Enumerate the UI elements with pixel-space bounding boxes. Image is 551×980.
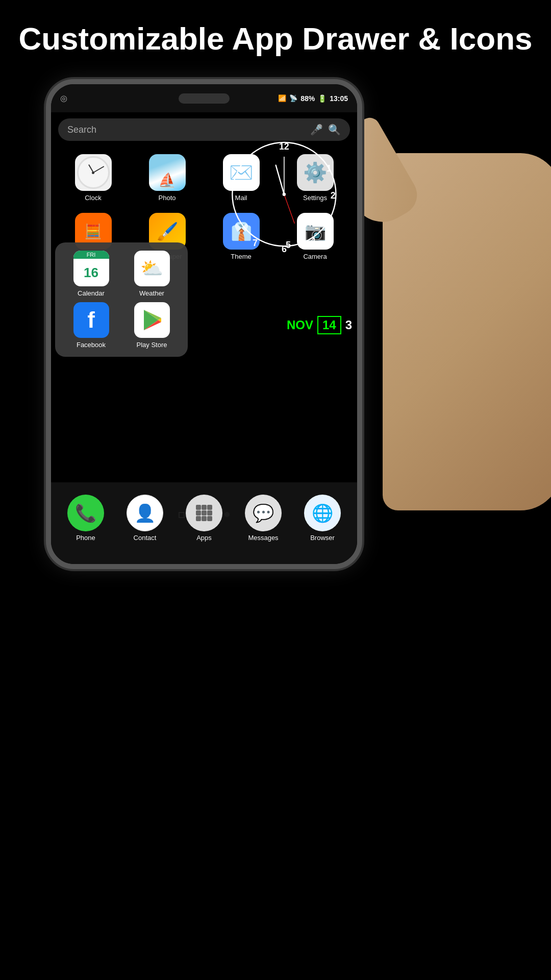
svg-text:1: 1: [327, 163, 332, 174]
facebook-icon: f: [73, 302, 109, 338]
svg-text:7: 7: [253, 238, 258, 248]
svg-text:3: 3: [327, 217, 332, 228]
phone-dock-label: Phone: [76, 534, 95, 542]
apps-dock-label: Apps: [196, 534, 212, 542]
playstore-label: Play Store: [137, 341, 167, 349]
browser-dock-icon: 🌐: [304, 495, 341, 531]
svg-rect-24: [202, 516, 207, 521]
apps-dock-icon: [186, 495, 222, 531]
calendar-icon: FRI 16: [73, 251, 109, 286]
app-item-clock[interactable]: Clock: [56, 150, 130, 206]
date-display: NOV 14 3: [287, 316, 352, 334]
wifi-icon: 📶: [278, 94, 286, 102]
calendar-label: Calendar: [78, 289, 105, 297]
phone-dock-icon: 📞: [67, 495, 104, 531]
photo-icon: ⛵: [149, 154, 186, 191]
dock-contact[interactable]: 👤 Contact: [127, 495, 163, 542]
svg-line-7: [284, 194, 294, 224]
weather-label: Weather: [139, 289, 164, 297]
svg-marker-0: [144, 310, 158, 330]
svg-rect-22: [207, 510, 212, 516]
svg-text:12: 12: [279, 141, 289, 152]
svg-rect-23: [196, 516, 201, 521]
status-right: 📶 📡 88% 🔋 13:05: [278, 94, 348, 103]
svg-line-5: [276, 165, 284, 194]
phone-frame: ◎ 📶 📡 88% 🔋 13:05 Search 🎤 🔍 Clock: [46, 79, 362, 569]
app-item-photo[interactable]: ⛵ Photo: [130, 150, 204, 206]
folder-app-calendar[interactable]: FRI 16 Calendar: [63, 251, 119, 297]
battery-icon: 🔋: [318, 94, 327, 103]
notch: [179, 93, 230, 104]
svg-rect-18: [202, 505, 207, 510]
contact-dock-label: Contact: [134, 534, 157, 542]
signal-icon: 📡: [289, 94, 297, 102]
svg-rect-17: [196, 505, 201, 510]
playstore-icon: [134, 302, 170, 338]
bottom-dock: 📞 Phone 👤 Contact: [51, 482, 357, 564]
time-display: 13:05: [330, 94, 348, 103]
browser-dock-label: Browser: [310, 534, 335, 542]
svg-rect-25: [207, 516, 212, 521]
dock-apps[interactable]: Apps: [186, 495, 222, 542]
status-bar: ◎ 📶 📡 88% 🔋 13:05: [51, 84, 357, 112]
svg-text:2: 2: [331, 190, 336, 201]
facebook-label: Facebook: [77, 341, 106, 349]
dock-browser[interactable]: 🌐 Browser: [304, 495, 341, 542]
battery-text: 88%: [300, 94, 315, 103]
clock-icon: [75, 154, 112, 191]
folder-popup: FRI 16 Calendar ⛅ Weather f Facebook: [55, 242, 188, 357]
calendar-date: 16: [84, 265, 98, 281]
weather-icon: ⛅: [134, 251, 170, 286]
date-month: NOV: [287, 318, 313, 332]
clock-label: Clock: [85, 194, 102, 202]
date-day: 14: [317, 316, 341, 334]
folder-app-facebook[interactable]: f Facebook: [63, 302, 119, 349]
calendar-day: FRI: [73, 251, 109, 259]
messages-dock-icon: 💬: [245, 495, 282, 531]
svg-rect-21: [202, 510, 207, 516]
messages-dock-label: Messages: [248, 534, 278, 542]
svg-point-8: [283, 192, 286, 196]
clock-widget: 12 1 2 3 4 5 6 7 NOV 14 3: [204, 125, 357, 339]
svg-rect-20: [196, 510, 201, 516]
page-title: Customizable App Drawer & Icons: [0, 20, 551, 57]
folder-app-weather[interactable]: ⛅ Weather: [124, 251, 180, 297]
photo-label: Photo: [159, 194, 176, 202]
dock-phone[interactable]: 📞 Phone: [67, 495, 104, 542]
svg-text:4: 4: [311, 236, 316, 246]
notification-icon: ◎: [60, 93, 67, 103]
dock-messages[interactable]: 💬 Messages: [245, 495, 282, 542]
contact-dock-icon: 👤: [127, 495, 163, 531]
clock-number-3: 3: [345, 318, 352, 332]
hand-background: [383, 153, 551, 510]
folder-app-playstore[interactable]: Play Store: [124, 302, 180, 349]
svg-text:6: 6: [282, 244, 287, 254]
svg-rect-19: [207, 505, 212, 510]
